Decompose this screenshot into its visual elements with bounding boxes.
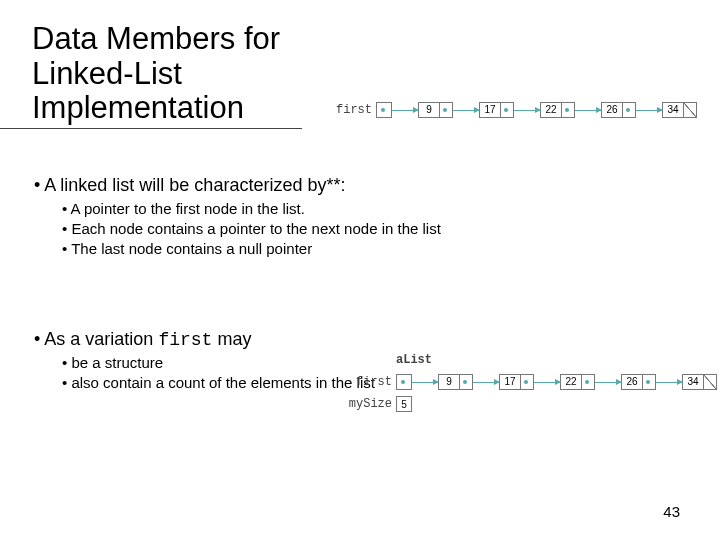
title-line1: Data Members for Linked-List bbox=[32, 21, 280, 91]
node-val: 26 bbox=[601, 102, 623, 118]
slide-title: Data Members for Linked-List Implementat… bbox=[0, 0, 302, 129]
node-val: 22 bbox=[560, 374, 582, 390]
bullet-variation: • As a variation first may bbox=[34, 329, 690, 350]
title-line2: Implementation bbox=[32, 90, 244, 125]
node-val: 17 bbox=[479, 102, 501, 118]
linked-list-diagram-2: aList first 9 17 22 26 34 mySize 5 bbox=[340, 350, 717, 416]
sub-bullets-1: • A pointer to the first node in the lis… bbox=[34, 200, 690, 258]
first-label2: first bbox=[340, 375, 392, 389]
mysize-label: mySize bbox=[340, 397, 392, 411]
linked-list-diagram-1: first 9 17 22 26 34 bbox=[320, 100, 697, 122]
node-val: 34 bbox=[662, 102, 684, 118]
mysize-value: 5 bbox=[396, 396, 412, 412]
node-val: 26 bbox=[621, 374, 643, 390]
first-code: first bbox=[158, 330, 212, 350]
node-val: 34 bbox=[682, 374, 704, 390]
node-val: 9 bbox=[438, 374, 460, 390]
page-number: 43 bbox=[663, 503, 680, 520]
sub-bullet: • The last node contains a null pointer bbox=[62, 240, 690, 259]
node-val: 17 bbox=[499, 374, 521, 390]
bullet-characterized: • A linked list will be characterized by… bbox=[34, 175, 690, 196]
first-label: first bbox=[320, 103, 372, 117]
node-val: 9 bbox=[418, 102, 440, 118]
alist-label: aList bbox=[396, 353, 432, 367]
sub-bullet: • A pointer to the first node in the lis… bbox=[62, 200, 690, 219]
sub-bullet: • Each node contains a pointer to the ne… bbox=[62, 220, 690, 239]
node-val: 22 bbox=[540, 102, 562, 118]
